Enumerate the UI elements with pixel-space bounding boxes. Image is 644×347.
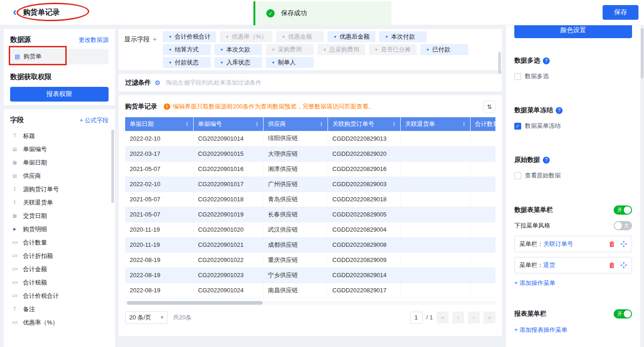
current-page-input[interactable]: 1 bbox=[410, 312, 423, 324]
report-menu-toggle[interactable]: 开 bbox=[614, 309, 632, 319]
move-icon[interactable] bbox=[621, 241, 627, 247]
table-row[interactable]: 2022-02-10CG20220901017广州供应链CGDD20220829… bbox=[125, 176, 495, 192]
column-header[interactable]: 关联购货订单号▲▼ bbox=[328, 117, 400, 131]
field-item[interactable]: 123优惠率（%） bbox=[10, 316, 109, 329]
fields-scrollbar[interactable] bbox=[111, 116, 114, 341]
gear-icon[interactable]: ⚙ bbox=[155, 79, 161, 86]
display-field-chip[interactable]: ▼本次欠款 bbox=[214, 44, 262, 55]
last-page-button[interactable]: » bbox=[483, 312, 495, 324]
field-item[interactable]: I关联退货单 bbox=[10, 196, 109, 209]
table-row[interactable]: 2021-05-07CG20220901016湘潭供应链CGDD20220829… bbox=[125, 161, 495, 176]
table-row[interactable]: 2020-11-19CG20220901021成都供应链CGDD20220829… bbox=[125, 237, 495, 252]
add-action-menu-link[interactable]: + 添加操作菜单 bbox=[514, 279, 555, 287]
change-datasource-link[interactable]: 更改数据源 bbox=[79, 36, 109, 44]
field-item[interactable]: ▤单据编号 bbox=[10, 142, 109, 156]
column-header[interactable]: 合计数量▲▼ bbox=[470, 117, 495, 131]
sort-arrows-icon[interactable]: ▲▼ bbox=[320, 121, 323, 127]
table-hscrollbar[interactable] bbox=[125, 301, 495, 305]
sort-arrows-icon[interactable]: ▲▼ bbox=[393, 121, 396, 127]
field-item[interactable]: ▶购货明细 bbox=[10, 222, 109, 236]
success-toast: ✓ 保存成功 bbox=[253, 1, 391, 25]
checkbox[interactable] bbox=[514, 123, 521, 130]
field-item[interactable]: ▤供应商 bbox=[10, 169, 109, 182]
display-field-chip[interactable]: ▼优惠后金额 bbox=[328, 31, 375, 42]
column-header[interactable]: 单据日期▲▼ bbox=[125, 117, 193, 131]
field-item[interactable]: 123合计金额 bbox=[10, 262, 109, 276]
multi-select-checkbox-row[interactable]: 数据多选 bbox=[514, 72, 632, 80]
table-row[interactable]: 2020-11-19CG20220901020武汉供应链CGDD20220829… bbox=[125, 222, 495, 237]
sort-arrows-icon[interactable]: ▲▼ bbox=[463, 121, 466, 127]
datasource-item[interactable]: ▤ 购货单 bbox=[10, 49, 109, 64]
scrollbar-thumb[interactable] bbox=[498, 52, 501, 74]
display-field-chip[interactable]: ▼优惠金额 bbox=[276, 31, 324, 42]
table-row[interactable]: 2022-08-19CG20220901023宁乡供应链CGDD20220829… bbox=[125, 267, 495, 283]
field-item[interactable]: 123合计数量 bbox=[10, 236, 109, 249]
help-icon[interactable]: ? bbox=[543, 57, 550, 64]
move-icon[interactable] bbox=[621, 262, 627, 268]
filter-drop-placeholder: 拖动左侧字段到此处来添加过滤条件 bbox=[166, 79, 262, 87]
next-page-button[interactable]: › bbox=[468, 312, 480, 324]
table-row[interactable]: 2022-08-19CG20220901022重庆供应链CGDD20220829… bbox=[125, 252, 495, 267]
table-row[interactable]: 2022-02-10CG20220901014绵阳供应链CGDD20220829… bbox=[125, 131, 495, 146]
table-menu-toggle[interactable]: 开 bbox=[614, 205, 632, 215]
add-formula-field-link[interactable]: + 公式字段 bbox=[80, 116, 109, 125]
display-fields-scrollbar[interactable] bbox=[498, 35, 501, 64]
delete-icon[interactable] bbox=[609, 262, 615, 268]
scrollbar-thumb[interactable] bbox=[127, 301, 263, 305]
display-field-chip[interactable]: ▼入库状态 bbox=[214, 57, 262, 68]
sort-button[interactable]: ⇅ bbox=[483, 101, 495, 113]
table-row[interactable]: 2022-08-19CG20220901024南昌供应链CGDD20220829… bbox=[125, 283, 495, 298]
add-report-menu-link[interactable]: + 添加报表操作菜单 bbox=[514, 326, 567, 334]
raw-data-checkbox-row[interactable]: 查看原始数据 bbox=[514, 171, 632, 180]
field-item[interactable]: 123合计价税合计 bbox=[10, 289, 109, 302]
scrollbar-thumb[interactable] bbox=[641, 28, 644, 79]
sort-arrows-icon[interactable]: ▲▼ bbox=[256, 121, 259, 127]
checkbox[interactable] bbox=[514, 172, 521, 179]
raw-data-group: 原始数据 ? 查看原始数据 bbox=[514, 156, 632, 180]
add-display-field-button[interactable]: + bbox=[153, 35, 157, 43]
display-field-chip[interactable]: ▼合计价税合计 bbox=[163, 31, 216, 42]
display-field-chip[interactable]: ▼制单人 bbox=[266, 57, 314, 68]
menu-freeze-checkbox-row[interactable]: 数据菜单冻结 bbox=[514, 122, 632, 130]
display-field-chip[interactable]: ▼已付款 bbox=[420, 44, 468, 55]
prev-page-button[interactable]: ‹ bbox=[452, 312, 464, 324]
number-field-icon: 123 bbox=[10, 320, 19, 324]
first-page-button[interactable]: « bbox=[437, 312, 448, 324]
scrollbar-thumb[interactable] bbox=[111, 130, 114, 203]
report-permission-button[interactable]: 报表权限 bbox=[10, 87, 109, 102]
field-item[interactable]: T标题 bbox=[10, 129, 109, 142]
column-header[interactable]: 单据编号▲▼ bbox=[193, 117, 263, 131]
field-item[interactable]: 123合计税额 bbox=[10, 276, 109, 289]
display-field-chip[interactable]: ▼本次付款 bbox=[379, 31, 427, 42]
display-field-chip[interactable]: ▼采购费用 bbox=[266, 44, 314, 55]
display-field-chip[interactable]: ▼优惠率（%） bbox=[220, 31, 272, 42]
help-icon[interactable]: ? bbox=[543, 157, 550, 164]
table-row[interactable]: 2021-05-07CG20220901018青岛供应链CGDD20220829… bbox=[125, 192, 495, 207]
color-settings-button[interactable]: 颜色设置 bbox=[514, 25, 632, 38]
help-icon[interactable]: ? bbox=[556, 107, 563, 114]
chevron-down-icon: ▼ bbox=[168, 35, 172, 39]
dropdown-style-toggle[interactable]: 关 bbox=[614, 221, 632, 230]
display-field-chip[interactable]: ▼结算方式 bbox=[163, 44, 211, 55]
display-field-chip[interactable]: ▼总采购费用 bbox=[317, 44, 365, 55]
field-item[interactable]: ▦交货日期 bbox=[10, 209, 109, 222]
field-item[interactable]: I源购货订单号 bbox=[10, 182, 109, 196]
chevron-down-icon: ▼ bbox=[374, 48, 378, 52]
table-row[interactable]: 2021-05-07CG20220901019长春供应链CGDD20220829… bbox=[125, 207, 495, 222]
column-header[interactable]: 供应商▲▼ bbox=[263, 117, 328, 131]
table-row[interactable]: 2022-03-17CG20220901015大理供应链CGDD20220829… bbox=[125, 146, 495, 161]
checkbox[interactable] bbox=[514, 73, 521, 80]
sort-arrows-icon[interactable]: ▲▼ bbox=[186, 121, 189, 127]
field-item[interactable]: ▦单据日期 bbox=[10, 156, 109, 169]
back-button[interactable]: ‹ bbox=[13, 6, 17, 18]
display-field-chip[interactable]: ▼付款状态 bbox=[163, 57, 211, 68]
page-size-select[interactable]: 20 条/页 ▾ bbox=[125, 311, 167, 324]
column-header[interactable]: 关联退货单▲▼ bbox=[400, 117, 470, 131]
field-item[interactable]: 123合计折扣额 bbox=[10, 249, 109, 262]
field-item[interactable]: T备注 bbox=[10, 302, 109, 316]
display-field-chip[interactable]: ▼是否已分摊 bbox=[369, 44, 417, 55]
date-field-icon: ▦ bbox=[10, 213, 19, 218]
delete-icon[interactable] bbox=[609, 241, 615, 247]
page-scrollbar[interactable] bbox=[640, 25, 644, 347]
save-button[interactable]: 保存 bbox=[603, 5, 638, 20]
